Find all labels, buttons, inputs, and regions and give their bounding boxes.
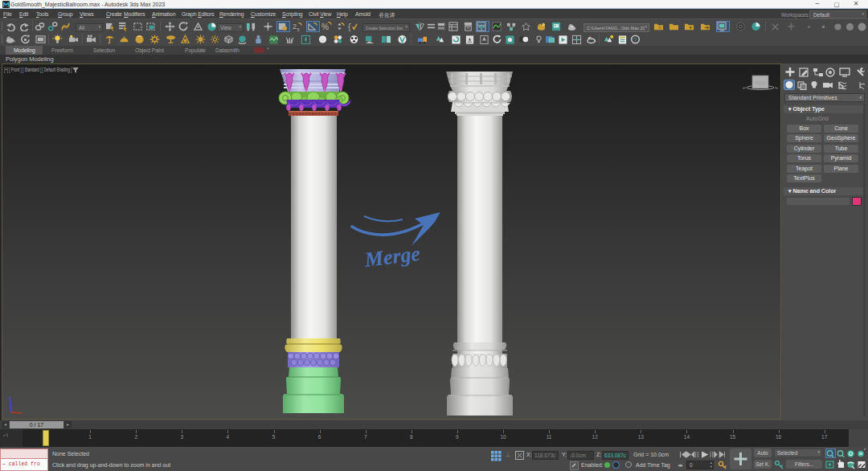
svg-text:%: % (321, 23, 329, 31)
svg-text:?: ? (633, 36, 637, 43)
svg-text:2: 2 (293, 23, 297, 31)
svg-text:Merge: Merge (362, 242, 421, 272)
svg-text:{: { (348, 23, 351, 31)
svg-text:5: 5 (297, 27, 300, 31)
